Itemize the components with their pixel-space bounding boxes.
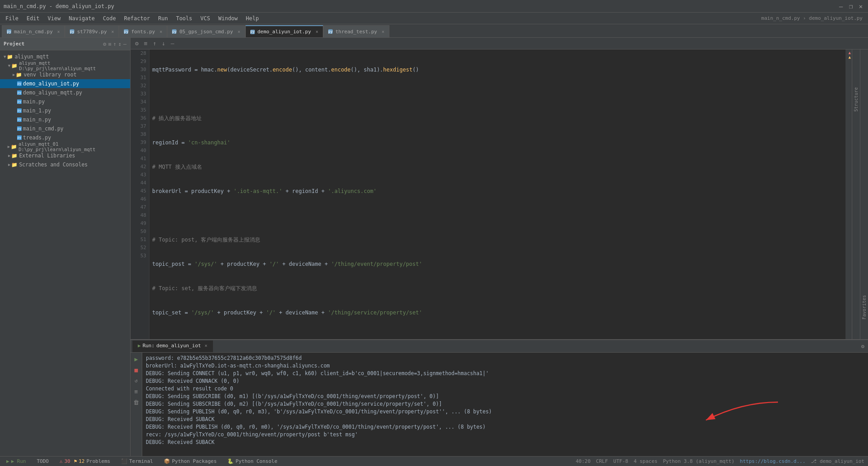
minimize-button[interactable]: — xyxy=(837,3,845,10)
python-version[interactable]: Python 3.8 (aliyun_mqtt) xyxy=(663,458,734,464)
console-line-12: DEBUG: Received SUBACK xyxy=(146,439,864,446)
menu-refactor[interactable]: Refactor xyxy=(120,14,154,22)
console-output[interactable]: password: e782b5e55b37655c27812a60c307b0… xyxy=(142,353,868,456)
tab-thread-test[interactable]: py thread_test.py × xyxy=(323,25,389,37)
arrow-icon: ▶ xyxy=(13,72,15,77)
code-line-38: topic_set = '/sys/' + productKey + '/' +… xyxy=(152,309,843,317)
code-editor[interactable]: 28 29 30 31 32 33 34 35 36 37 38 39 40 4… xyxy=(131,49,868,339)
collapse-icon[interactable]: — xyxy=(169,39,176,48)
project-list-icon[interactable]: ≡ xyxy=(108,41,111,47)
tab-close[interactable]: × xyxy=(111,29,114,34)
warn-indicator: ▲ xyxy=(849,55,851,59)
structure-sidebar[interactable]: Structure xyxy=(852,49,860,339)
tree-main-n-py[interactable]: py main_n.py xyxy=(0,115,130,124)
tree-demo-aliyun-mqtt[interactable]: py demo_aliyun_mqtt.py xyxy=(0,88,130,97)
favorites-label[interactable]: Favorites xyxy=(861,293,868,321)
project-header: Project ⚙ ≡ ↑ ↕ — xyxy=(0,38,130,50)
project-indicator: main_n_cmd.py › demo_aliyun_iot.py xyxy=(761,15,866,21)
code-content[interactable]: mqttPassword = hmac.new(deviceSecret.enc… xyxy=(149,49,845,339)
tab-close[interactable]: × xyxy=(382,29,384,34)
python-console-btn[interactable]: 🐍 Python Console xyxy=(225,458,280,464)
problems-btn[interactable]: ⚠ 30 ⚑ 12 Problems xyxy=(57,458,113,464)
favorites-sidebar[interactable]: Favorites xyxy=(860,49,868,339)
run-status-btn[interactable]: ▶ ▶ Run xyxy=(4,458,29,464)
project-collapse-icon[interactable]: — xyxy=(123,41,127,47)
py-file-icon: py xyxy=(17,117,22,122)
tab-close[interactable]: × xyxy=(316,29,318,34)
menu-run[interactable]: Run xyxy=(154,14,172,22)
run-filter-icon[interactable]: ≡ xyxy=(132,387,141,396)
bottom-settings-icon[interactable]: ⚙ xyxy=(861,343,864,350)
window-controls[interactable]: — ❐ ✕ xyxy=(837,3,864,10)
project-up-icon[interactable]: ↑ xyxy=(113,41,116,47)
project-expand-icon[interactable]: ↕ xyxy=(118,41,122,47)
code-line-33: brokerUrl = productKey + '.iot-as-mqtt.'… xyxy=(152,187,843,195)
maximize-button[interactable]: ❐ xyxy=(847,3,854,10)
console-line-10: DEBUG: Received PUBLISH (d0, q0, r0, m0)… xyxy=(146,423,864,431)
menu-code[interactable]: Code xyxy=(99,14,120,22)
tree-main-1-py[interactable]: py main_1.py xyxy=(0,106,130,115)
menu-window[interactable]: Window xyxy=(215,14,241,22)
tab-gps-json[interactable]: py 05_gps_json_cmd.py × xyxy=(167,25,245,37)
tab-demo-aliyun[interactable]: py demo_aliyun_iot.py × xyxy=(245,25,323,37)
terminal-btn[interactable]: ⬛ Terminal xyxy=(118,458,156,464)
tab-label: main_n_cmd.py xyxy=(14,29,53,35)
encoding-indicator[interactable]: UTF-8 xyxy=(613,458,628,464)
url-indicator[interactable]: https://blog.csdn.d... xyxy=(740,458,805,464)
tree-main-n-cmd-py[interactable]: py main_n_cmd.py xyxy=(0,124,130,133)
tab-bar: py main_n_cmd.py × py st7789v.py × py fo… xyxy=(0,24,868,38)
tree-external-libraries[interactable]: ▶ 📁 External Libraries xyxy=(0,151,130,160)
run-config-label: demo_aliyun_iot xyxy=(156,343,201,349)
tab-close-icon[interactable]: × xyxy=(204,343,207,348)
run-trash-icon[interactable]: 🗑 xyxy=(132,398,141,407)
tree-item-label: treads.py xyxy=(23,134,51,141)
tree-venv[interactable]: ▶ 📁 venv library root xyxy=(0,70,130,79)
tab-st7789v[interactable]: py st7789v.py × xyxy=(65,25,119,37)
code-line-39 xyxy=(152,333,843,339)
indent-indicator[interactable]: 4 spaces xyxy=(633,458,657,464)
console-line-6: DEBUG: Sending SUBSCRIBE (d0, m1) [(b'/s… xyxy=(146,393,864,400)
list-icon[interactable]: ≡ xyxy=(142,39,149,48)
menu-tools[interactable]: Tools xyxy=(172,14,196,22)
project-settings-icon[interactable]: ⚙ xyxy=(103,41,106,47)
crlf-indicator[interactable]: CRLF xyxy=(596,458,608,464)
tree-main-py[interactable]: py main.py xyxy=(0,97,130,106)
console-line-7: DEBUG: Sending SUBSCRIBE (d0, m2) [(b'/s… xyxy=(146,400,864,408)
run-stop-icon[interactable]: ■ xyxy=(132,365,141,374)
git-branch[interactable]: ⎇ demo_aliyun_iot xyxy=(811,458,864,464)
tab-close[interactable]: × xyxy=(57,29,60,34)
menu-help[interactable]: Help xyxy=(242,14,262,22)
tab-fonts[interactable]: py fonts.py × xyxy=(119,25,167,37)
menu-vcs[interactable]: VCS xyxy=(197,14,214,22)
tree-aliyun-mqtt-01[interactable]: ▶ 📁 aliyun_mqtt_01 D:\py_prj\learn\aliyu… xyxy=(0,142,130,151)
menu-navigate[interactable]: Navigate xyxy=(65,14,99,22)
tab-close[interactable]: × xyxy=(159,29,162,34)
run-tab-label: Run: xyxy=(143,343,155,349)
todo-btn[interactable]: TODO xyxy=(34,458,52,464)
python-packages-btn[interactable]: 📦 Python Packages xyxy=(161,458,219,464)
position-indicator[interactable]: 40:20 xyxy=(576,458,591,464)
menu-edit[interactable]: Edit xyxy=(23,14,43,22)
tree-treads-py[interactable]: py treads.py xyxy=(0,133,130,142)
up-icon[interactable]: ↑ xyxy=(151,39,158,48)
tab-run[interactable]: ▶ Run: demo_aliyun_iot × xyxy=(132,341,213,352)
tab-main-n-cmd[interactable]: py main_n_cmd.py × xyxy=(2,25,65,37)
editor-toolbar: ⚙ ≡ ↑ ↓ — xyxy=(131,38,868,49)
tree-root-aliyun-mqtt[interactable]: ▼ 📁 aliyun_mqtt xyxy=(0,52,130,61)
close-button[interactable]: ✕ xyxy=(857,3,864,10)
tree-scratches-consoles[interactable]: ▶ 📁 Scratches and Consoles xyxy=(0,160,130,169)
py-file-icon: py xyxy=(17,135,22,140)
menu-file[interactable]: File xyxy=(2,14,22,22)
folder-icon: 📁 xyxy=(11,153,18,159)
structure-label[interactable]: Structure xyxy=(853,85,859,113)
tree-demo-aliyun-iot[interactable]: py demo_aliyun_iot.py xyxy=(0,79,130,88)
down-icon[interactable]: ↓ xyxy=(160,39,167,48)
run-rerun-icon[interactable]: ↺ xyxy=(132,376,141,385)
tab-close[interactable]: × xyxy=(238,29,240,34)
py-icon: py xyxy=(7,29,11,34)
run-play-icon[interactable]: ▶ xyxy=(132,354,141,363)
tree-aliyun-mqtt-folder[interactable]: ▼ 📁 aliyun_mqtt D:\py_prj\learn\aliyun_m… xyxy=(0,61,130,70)
settings-icon[interactable]: ⚙ xyxy=(133,39,140,48)
menu-view[interactable]: View xyxy=(44,14,64,22)
py-file-icon: py xyxy=(17,126,22,131)
